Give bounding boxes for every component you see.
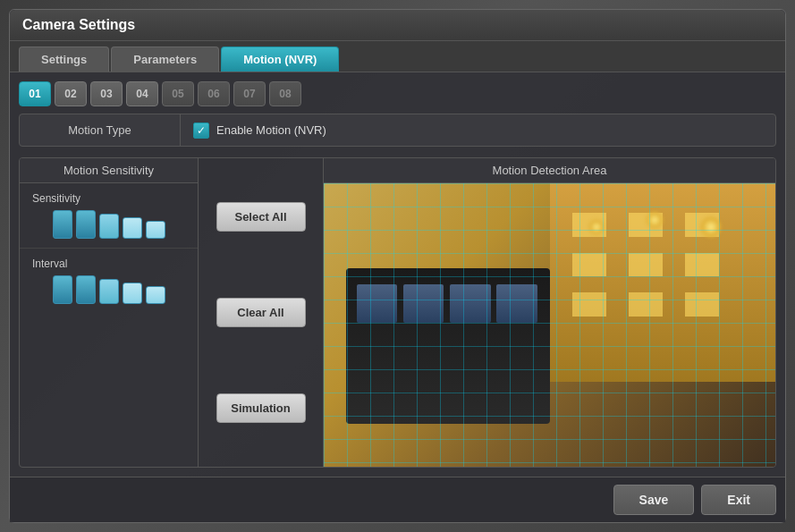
sens-bar-3 — [99, 214, 119, 239]
sens-bar-5 — [146, 221, 165, 239]
sensitivity-panel-header: Motion Sensitivity — [20, 158, 198, 183]
enable-motion-checkbox[interactable]: ✓ — [193, 122, 209, 139]
camera-settings-window: Camera Settings Settings Parameters Moti… — [9, 9, 786, 523]
exit-button[interactable]: Exit — [701, 485, 776, 515]
bottom-bar: Save Exit — [10, 477, 785, 522]
channel-01-button[interactable]: 01 — [19, 81, 51, 106]
sensitivity-section: Sensitivity — [20, 183, 198, 249]
tab-motion-nvr[interactable]: Motion (NVR) — [221, 46, 339, 72]
int-bar-1 — [53, 275, 72, 304]
int-bar-5 — [146, 286, 165, 304]
channel-04-button[interactable]: 04 — [126, 81, 158, 106]
int-bar-3 — [99, 279, 119, 304]
save-button[interactable]: Save — [613, 485, 695, 515]
title-bar: Camera Settings — [10, 10, 785, 41]
sensitivity-bars — [53, 210, 165, 239]
interval-bars — [53, 275, 165, 304]
motion-type-row: Motion Type ✓ Enable Motion (NVR) — [19, 114, 776, 147]
tab-settings[interactable]: Settings — [19, 46, 109, 72]
tab-parameters[interactable]: Parameters — [111, 46, 219, 72]
select-all-button[interactable]: Select All — [216, 202, 306, 232]
channel-row: 01 02 03 04 05 06 07 08 — [19, 81, 776, 106]
window-title: Camera Settings — [22, 17, 135, 32]
channel-05-button: 05 — [162, 81, 194, 106]
content-area: 01 02 03 04 05 06 07 08 Motion Type ✓ En… — [10, 72, 785, 477]
channel-02-button[interactable]: 02 — [55, 81, 87, 106]
sensitivity-label: Sensitivity — [32, 192, 80, 205]
simulation-button[interactable]: Simulation — [216, 393, 306, 423]
clear-all-button[interactable]: Clear All — [216, 298, 306, 327]
left-panel: Motion Sensitivity Sensitivity Interval — [20, 158, 199, 467]
right-panel: Motion Detection Area — [324, 158, 775, 467]
detection-area[interactable] — [324, 183, 775, 467]
channel-07-button: 07 — [233, 81, 266, 106]
enable-motion-label: Enable Motion (NVR) — [216, 123, 326, 137]
int-bar-2 — [76, 275, 96, 304]
interval-label: Interval — [32, 258, 67, 270]
motion-type-label: Motion Type — [20, 114, 181, 146]
sens-bar-4 — [123, 217, 142, 239]
body-section: Motion Sensitivity Sensitivity Interval — [19, 157, 776, 468]
motion-grid-overlay — [324, 183, 775, 467]
detection-area-header: Motion Detection Area — [324, 158, 775, 183]
middle-panel: Select All Clear All Simulation — [199, 158, 324, 467]
tabs-row: Settings Parameters Motion (NVR) — [10, 41, 785, 72]
int-bar-4 — [123, 283, 142, 304]
motion-type-value: ✓ Enable Motion (NVR) — [181, 115, 775, 146]
interval-section: Interval — [20, 249, 198, 313]
sens-bar-2 — [76, 210, 96, 239]
channel-08-button: 08 — [269, 81, 301, 106]
channel-03-button[interactable]: 03 — [90, 81, 123, 106]
sens-bar-1 — [53, 210, 72, 239]
channel-06-button: 06 — [198, 81, 230, 106]
